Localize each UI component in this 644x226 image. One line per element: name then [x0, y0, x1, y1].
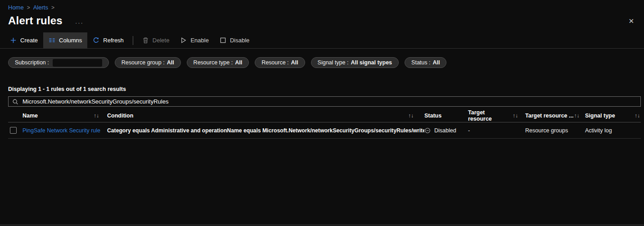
- row-target-resource-cell: -: [468, 127, 525, 134]
- status-badge: Disabled: [434, 127, 456, 134]
- column-header-target-resource[interactable]: Target resource ↑↓: [468, 109, 525, 122]
- row-checkbox-cell: [8, 127, 23, 134]
- more-options-icon[interactable]: ···: [75, 19, 84, 26]
- enable-button[interactable]: Enable: [175, 32, 214, 48]
- page-title: Alert rules: [8, 14, 63, 27]
- columns-button-label: Columns: [59, 37, 82, 44]
- row-target-resource-type-cell: Resource groups: [525, 127, 585, 134]
- play-icon: [180, 37, 187, 44]
- column-header-name-label: Name: [23, 113, 38, 119]
- column-header-condition-label: Condition: [107, 113, 133, 119]
- row-condition-cell: Category equals Administrative and opera…: [107, 127, 424, 134]
- toolbar-bottom-divider: [0, 48, 644, 49]
- filter-pills: Subscription : Resource group : All Reso…: [0, 57, 644, 68]
- breadcrumb: Home > Alerts >: [0, 0, 644, 11]
- row-checkbox[interactable]: [10, 127, 17, 134]
- sort-icon[interactable]: ↑↓: [513, 113, 518, 119]
- disable-button[interactable]: Disable: [214, 32, 255, 48]
- breadcrumb-separator: >: [27, 5, 30, 11]
- row-status-cell: Disabled: [424, 127, 468, 134]
- column-header-target-resource-label: Target resource: [468, 109, 510, 122]
- filter-resource-group-value: All: [167, 59, 174, 66]
- toolbar-divider: [133, 36, 133, 45]
- create-button[interactable]: Create: [5, 32, 43, 48]
- refresh-icon: [93, 37, 99, 44]
- filter-subscription[interactable]: Subscription :: [8, 57, 109, 68]
- sort-icon[interactable]: ↑↓: [94, 113, 99, 119]
- close-icon[interactable]: ✕: [628, 17, 634, 25]
- subscription-value-redacted: [53, 59, 102, 67]
- table-row[interactable]: PingSafe Network Security rule Category …: [8, 122, 641, 139]
- alert-rules-table: Name ↑↓ Condition ↑↓ Status Target resou…: [8, 109, 641, 139]
- filter-resource[interactable]: Resource : All: [255, 57, 305, 68]
- sort-icon[interactable]: ↑↓: [408, 113, 414, 119]
- filter-status-value: All: [432, 59, 440, 66]
- filter-resource-type[interactable]: Resource type : All: [187, 57, 249, 68]
- row-signal-type-cell: Activity log: [585, 127, 641, 134]
- search-input[interactable]: [23, 98, 637, 105]
- columns-icon: [49, 37, 55, 44]
- breadcrumb-alerts-link[interactable]: Alerts: [33, 4, 48, 11]
- breadcrumb-separator: >: [51, 5, 54, 11]
- sort-icon[interactable]: ↑↓: [574, 113, 579, 119]
- alert-rules-page: Home > Alerts > Alert rules ··· ✕ Create…: [0, 0, 644, 226]
- title-row: Alert rules ··· ✕: [0, 11, 644, 27]
- column-header-name[interactable]: Name ↑↓: [23, 113, 107, 119]
- table-header-row: Name ↑↓ Condition ↑↓ Status Target resou…: [8, 109, 641, 122]
- disabled-status-icon: [424, 127, 431, 134]
- refresh-button-label: Refresh: [103, 37, 124, 44]
- column-header-target-resource-type[interactable]: Target resource ... ↑↓: [525, 113, 585, 119]
- column-header-signal-type-label: Signal type: [585, 113, 615, 119]
- command-toolbar: Create Columns Refresh Delete Enable: [0, 32, 644, 48]
- create-button-label: Create: [20, 37, 38, 44]
- refresh-button[interactable]: Refresh: [87, 32, 129, 48]
- filter-resource-value: All: [291, 59, 298, 66]
- filter-signal-type[interactable]: Signal type : All signal types: [311, 57, 399, 68]
- filter-signal-type-label: Signal type :: [318, 59, 349, 66]
- square-icon: [220, 37, 226, 44]
- filter-resource-group[interactable]: Resource group : All: [115, 57, 181, 68]
- filter-resource-group-label: Resource group :: [122, 59, 165, 66]
- filter-status[interactable]: Status : All: [405, 57, 446, 68]
- column-header-status-label: Status: [424, 113, 441, 119]
- plus-icon: [10, 37, 17, 44]
- bottom-edge-strip: [0, 224, 644, 226]
- filter-signal-type-value: All signal types: [351, 59, 392, 66]
- filter-resource-type-label: Resource type :: [194, 59, 233, 66]
- delete-button[interactable]: Delete: [137, 32, 175, 48]
- alert-rule-name-link[interactable]: PingSafe Network Security rule: [23, 127, 100, 134]
- enable-button-label: Enable: [190, 37, 208, 44]
- filter-status-label: Status :: [411, 59, 430, 66]
- delete-button-label: Delete: [153, 37, 170, 44]
- results-summary: Displaying 1 - 1 rules out of 1 search r…: [0, 86, 644, 92]
- sort-icon[interactable]: ↑↓: [635, 113, 640, 119]
- trash-icon: [142, 37, 149, 44]
- columns-button[interactable]: Columns: [43, 32, 87, 48]
- column-header-status[interactable]: Status: [424, 113, 468, 119]
- filter-subscription-label: Subscription :: [15, 59, 49, 66]
- filter-resource-label: Resource :: [261, 59, 288, 66]
- disable-button-label: Disable: [230, 37, 249, 44]
- column-header-signal-type[interactable]: Signal type ↑↓: [585, 113, 641, 119]
- filter-resource-type-value: All: [235, 59, 242, 66]
- search-icon: [12, 99, 18, 105]
- column-header-condition[interactable]: Condition ↑↓: [107, 113, 424, 119]
- breadcrumb-home-link[interactable]: Home: [8, 4, 24, 11]
- column-header-target-resource-type-label: Target resource ...: [525, 113, 573, 119]
- row-name-cell: PingSafe Network Security rule: [23, 127, 107, 134]
- search-box: [8, 96, 641, 107]
